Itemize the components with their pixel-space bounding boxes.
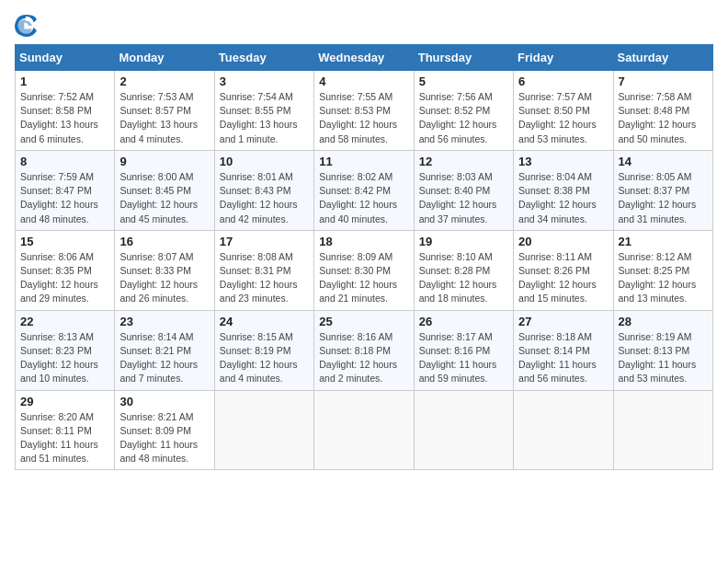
calendar-cell: 2Sunrise: 7:53 AMSunset: 8:57 PMDaylight… (115, 71, 214, 151)
day-number: 11 (319, 155, 408, 168)
weekday-header-sunday: Sunday (16, 45, 115, 71)
day-number: 13 (518, 155, 608, 168)
day-info: Sunrise: 8:06 AMSunset: 8:35 PMDaylight:… (20, 250, 109, 306)
day-info: Sunrise: 7:55 AMSunset: 8:53 PMDaylight:… (319, 90, 408, 146)
day-info: Sunrise: 8:11 AMSunset: 8:26 PMDaylight:… (518, 250, 608, 306)
day-number: 1 (20, 75, 109, 88)
calendar-cell: 14Sunrise: 8:05 AMSunset: 8:37 PMDayligh… (613, 150, 712, 230)
calendar-cell (514, 390, 613, 470)
day-number: 7 (619, 75, 708, 88)
day-number: 2 (119, 75, 209, 88)
day-info: Sunrise: 8:18 AMSunset: 8:14 PMDaylight:… (518, 330, 608, 386)
day-number: 18 (319, 235, 408, 248)
day-number: 22 (20, 315, 109, 328)
calendar-cell: 20Sunrise: 8:11 AMSunset: 8:26 PMDayligh… (514, 230, 613, 310)
calendar-week-2: 8Sunrise: 7:59 AMSunset: 8:47 PMDaylight… (16, 150, 713, 230)
day-info: Sunrise: 8:20 AMSunset: 8:11 PMDaylight:… (20, 410, 109, 466)
calendar-week-4: 22Sunrise: 8:13 AMSunset: 8:23 PMDayligh… (16, 310, 713, 390)
day-number: 17 (220, 235, 309, 248)
calendar-cell: 29Sunrise: 8:20 AMSunset: 8:11 PMDayligh… (16, 390, 115, 470)
logo-icon (15, 15, 37, 37)
calendar-cell: 10Sunrise: 8:01 AMSunset: 8:43 PMDayligh… (214, 150, 313, 230)
day-number: 19 (419, 235, 508, 248)
weekday-header-friday: Friday (514, 45, 613, 71)
calendar-cell (314, 390, 414, 470)
calendar-cell: 3Sunrise: 7:54 AMSunset: 8:55 PMDaylight… (214, 71, 313, 151)
day-info: Sunrise: 8:10 AMSunset: 8:28 PMDaylight:… (419, 250, 508, 306)
calendar-cell: 21Sunrise: 8:12 AMSunset: 8:25 PMDayligh… (613, 230, 712, 310)
calendar-cell: 27Sunrise: 8:18 AMSunset: 8:14 PMDayligh… (514, 310, 613, 390)
day-info: Sunrise: 7:58 AMSunset: 8:48 PMDaylight:… (619, 90, 708, 146)
calendar-cell: 9Sunrise: 8:00 AMSunset: 8:45 PMDaylight… (115, 150, 214, 230)
calendar-cell: 5Sunrise: 7:56 AMSunset: 8:52 PMDaylight… (414, 71, 513, 151)
day-info: Sunrise: 7:52 AMSunset: 8:58 PMDaylight:… (20, 90, 109, 146)
day-number: 6 (518, 75, 608, 88)
calendar-cell: 4Sunrise: 7:55 AMSunset: 8:53 PMDaylight… (314, 71, 414, 151)
calendar-table: SundayMondayTuesdayWednesdayThursdayFrid… (15, 44, 713, 470)
calendar-cell: 26Sunrise: 8:17 AMSunset: 8:16 PMDayligh… (414, 310, 513, 390)
day-number: 15 (20, 235, 109, 248)
day-number: 16 (119, 235, 209, 248)
day-info: Sunrise: 8:00 AMSunset: 8:45 PMDaylight:… (119, 170, 209, 226)
calendar-cell: 13Sunrise: 8:04 AMSunset: 8:38 PMDayligh… (514, 150, 613, 230)
calendar-cell: 24Sunrise: 8:15 AMSunset: 8:19 PMDayligh… (214, 310, 313, 390)
weekday-header-row: SundayMondayTuesdayWednesdayThursdayFrid… (16, 45, 713, 71)
day-number: 8 (20, 155, 109, 168)
day-info: Sunrise: 7:54 AMSunset: 8:55 PMDaylight:… (220, 90, 309, 146)
calendar-cell: 25Sunrise: 8:16 AMSunset: 8:18 PMDayligh… (314, 310, 414, 390)
day-number: 5 (419, 75, 508, 88)
calendar-cell: 22Sunrise: 8:13 AMSunset: 8:23 PMDayligh… (16, 310, 115, 390)
calendar-cell: 11Sunrise: 8:02 AMSunset: 8:42 PMDayligh… (314, 150, 414, 230)
day-info: Sunrise: 8:04 AMSunset: 8:38 PMDaylight:… (518, 170, 608, 226)
day-number: 24 (220, 315, 309, 328)
day-number: 26 (419, 315, 508, 328)
weekday-header-monday: Monday (115, 45, 214, 71)
day-info: Sunrise: 8:13 AMSunset: 8:23 PMDaylight:… (20, 330, 109, 386)
day-number: 4 (319, 75, 408, 88)
day-info: Sunrise: 8:02 AMSunset: 8:42 PMDaylight:… (319, 170, 408, 226)
calendar-week-3: 15Sunrise: 8:06 AMSunset: 8:35 PMDayligh… (16, 230, 713, 310)
calendar-cell: 17Sunrise: 8:08 AMSunset: 8:31 PMDayligh… (214, 230, 313, 310)
day-number: 27 (518, 315, 608, 328)
logo (15, 15, 40, 37)
day-info: Sunrise: 8:07 AMSunset: 8:33 PMDaylight:… (119, 250, 209, 306)
calendar-cell: 1Sunrise: 7:52 AMSunset: 8:58 PMDaylight… (16, 71, 115, 151)
day-info: Sunrise: 8:12 AMSunset: 8:25 PMDaylight:… (619, 250, 708, 306)
day-info: Sunrise: 8:14 AMSunset: 8:21 PMDaylight:… (119, 330, 209, 386)
calendar-cell: 30Sunrise: 8:21 AMSunset: 8:09 PMDayligh… (115, 390, 214, 470)
calendar-week-5: 29Sunrise: 8:20 AMSunset: 8:11 PMDayligh… (16, 390, 713, 470)
day-info: Sunrise: 8:17 AMSunset: 8:16 PMDaylight:… (419, 330, 508, 386)
day-number: 3 (220, 75, 309, 88)
day-info: Sunrise: 8:01 AMSunset: 8:43 PMDaylight:… (220, 170, 309, 226)
calendar-cell: 12Sunrise: 8:03 AMSunset: 8:40 PMDayligh… (414, 150, 513, 230)
day-number: 9 (119, 155, 209, 168)
day-number: 21 (619, 235, 708, 248)
day-info: Sunrise: 8:03 AMSunset: 8:40 PMDaylight:… (419, 170, 508, 226)
day-number: 30 (119, 395, 209, 408)
day-number: 23 (119, 315, 209, 328)
weekday-header-thursday: Thursday (414, 45, 513, 71)
calendar-week-1: 1Sunrise: 7:52 AMSunset: 8:58 PMDaylight… (16, 71, 713, 151)
day-number: 14 (619, 155, 708, 168)
day-info: Sunrise: 8:08 AMSunset: 8:31 PMDaylight:… (220, 250, 309, 306)
page-header (15, 15, 713, 37)
day-info: Sunrise: 7:59 AMSunset: 8:47 PMDaylight:… (20, 170, 109, 226)
calendar-cell: 6Sunrise: 7:57 AMSunset: 8:50 PMDaylight… (514, 71, 613, 151)
calendar-cell: 18Sunrise: 8:09 AMSunset: 8:30 PMDayligh… (314, 230, 414, 310)
day-info: Sunrise: 8:05 AMSunset: 8:37 PMDaylight:… (619, 170, 708, 226)
day-number: 28 (619, 315, 708, 328)
day-info: Sunrise: 8:16 AMSunset: 8:18 PMDaylight:… (319, 330, 408, 386)
day-number: 10 (220, 155, 309, 168)
calendar-cell: 7Sunrise: 7:58 AMSunset: 8:48 PMDaylight… (613, 71, 712, 151)
weekday-header-tuesday: Tuesday (214, 45, 313, 71)
calendar-cell: 19Sunrise: 8:10 AMSunset: 8:28 PMDayligh… (414, 230, 513, 310)
weekday-header-saturday: Saturday (613, 45, 712, 71)
day-number: 12 (419, 155, 508, 168)
calendar-cell: 28Sunrise: 8:19 AMSunset: 8:13 PMDayligh… (613, 310, 712, 390)
day-info: Sunrise: 8:15 AMSunset: 8:19 PMDaylight:… (220, 330, 309, 386)
weekday-header-wednesday: Wednesday (314, 45, 414, 71)
calendar-cell: 15Sunrise: 8:06 AMSunset: 8:35 PMDayligh… (16, 230, 115, 310)
calendar-cell: 8Sunrise: 7:59 AMSunset: 8:47 PMDaylight… (16, 150, 115, 230)
calendar-cell (214, 390, 313, 470)
day-info: Sunrise: 8:19 AMSunset: 8:13 PMDaylight:… (619, 330, 708, 386)
